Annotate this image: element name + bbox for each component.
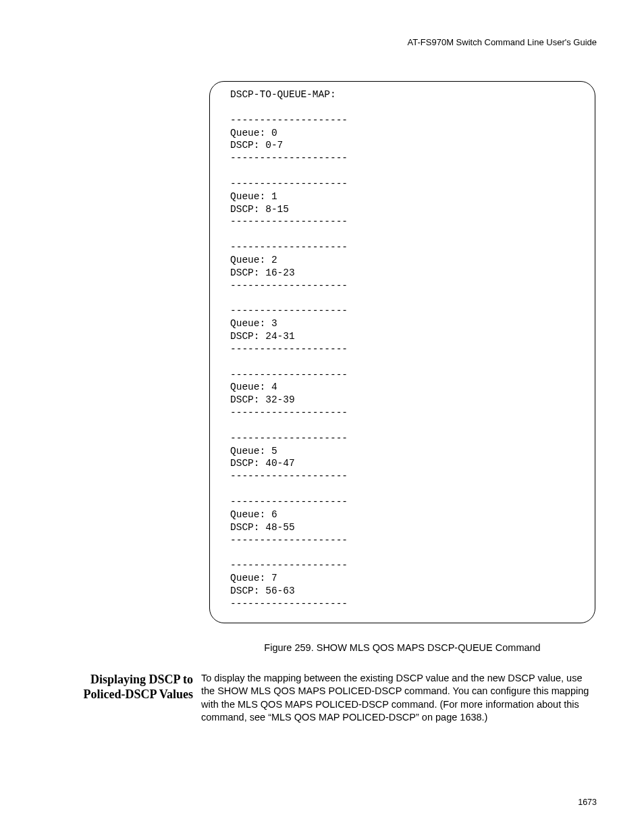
queue-line: Queue: 4 <box>230 382 277 392</box>
dscp-line: DSCP: 40-47 <box>230 458 295 469</box>
queue-line: Queue: 7 <box>230 573 277 583</box>
section-heading: Displaying DSCP to Policed-DSCP Values <box>47 672 201 725</box>
terminal-output-box: DSCP-TO-QUEUE-MAP: -------------------- … <box>209 81 595 623</box>
divider: -------------------- <box>230 560 348 571</box>
guide-title: AT-FS970M Switch Command Line User's Gui… <box>408 37 597 47</box>
content-section: Displaying DSCP to Policed-DSCP Values T… <box>47 672 597 725</box>
divider: -------------------- <box>230 344 348 355</box>
divider: -------------------- <box>230 369 348 380</box>
divider: -------------------- <box>230 496 348 507</box>
queue-line: Queue: 2 <box>230 255 277 265</box>
divider: -------------------- <box>230 471 348 481</box>
dscp-line: DSCP: 8-15 <box>230 204 289 215</box>
divider: -------------------- <box>230 242 348 253</box>
dscp-line: DSCP: 24-31 <box>230 331 295 342</box>
dscp-line: DSCP: 56-63 <box>230 585 295 596</box>
figure-caption: Figure 259. SHOW MLS QOS MAPS DSCP-QUEUE… <box>209 642 595 653</box>
queue-line: Queue: 1 <box>230 191 277 202</box>
terminal-title: DSCP-TO-QUEUE-MAP: <box>230 89 336 100</box>
divider: -------------------- <box>230 216 348 227</box>
page-header: AT-FS970M Switch Command Line User's Gui… <box>47 37 597 47</box>
section-body: To display the mapping between the exist… <box>201 672 597 725</box>
dscp-line: DSCP: 16-23 <box>230 267 295 278</box>
dscp-line: DSCP: 0-7 <box>230 140 283 151</box>
dscp-line: DSCP: 32-39 <box>230 394 295 405</box>
divider: -------------------- <box>230 178 348 189</box>
divider: -------------------- <box>230 280 348 291</box>
divider: -------------------- <box>230 305 348 316</box>
queue-line: Queue: 3 <box>230 318 277 329</box>
queue-line: Queue: 0 <box>230 128 277 138</box>
divider: -------------------- <box>230 153 348 163</box>
divider: -------------------- <box>230 598 348 609</box>
divider: -------------------- <box>230 433 348 444</box>
queue-line: Queue: 6 <box>230 509 277 520</box>
page-number: 1673 <box>578 798 597 807</box>
divider: -------------------- <box>230 535 348 546</box>
divider: -------------------- <box>230 115 348 126</box>
dscp-line: DSCP: 48-55 <box>230 522 295 533</box>
divider: -------------------- <box>230 407 348 418</box>
queue-line: Queue: 5 <box>230 446 277 457</box>
